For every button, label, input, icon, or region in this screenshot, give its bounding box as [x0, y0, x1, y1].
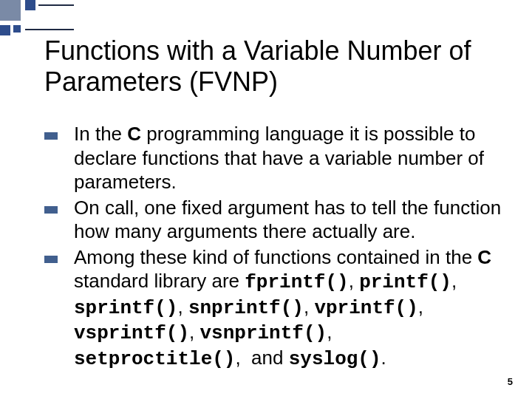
bullet-text: On call, one fixed argument has to tell … [74, 196, 502, 244]
page-number: 5 [508, 376, 513, 387]
text-run: , [189, 321, 200, 343]
code-text: snprintf() [188, 297, 304, 319]
text-bold: C [477, 246, 491, 268]
bullet-square-icon [44, 132, 58, 140]
bullet-item: In the C programming language it is poss… [44, 122, 502, 194]
bullet-item: Among these kind of functions contained … [44, 245, 502, 372]
text-bold: C [127, 123, 141, 145]
svg-rect-3 [13, 25, 21, 33]
text-run [284, 347, 289, 369]
text-run: , [418, 296, 423, 318]
code-text: setproctitle() [74, 348, 235, 370]
text-run: , [327, 321, 332, 343]
bullet-square-icon [44, 206, 58, 214]
bullet-text: In the C programming language it is poss… [74, 122, 502, 194]
code-text: sprintf() [74, 297, 177, 319]
corner-decoration [0, 0, 74, 37]
code-text: vsprintf() [74, 322, 189, 344]
code-text: fprintf() [245, 271, 348, 293]
text-run: Among these kind of functions contained … [74, 246, 477, 268]
slide: Functions with a Variable Number of Para… [0, 0, 532, 399]
text-run: , [235, 347, 251, 369]
text-run: On call, one fixed argument has to tell … [74, 197, 501, 243]
text-run: , [177, 296, 188, 318]
text-run: , [451, 270, 457, 292]
bullet-item: On call, one fixed argument has to tell … [44, 196, 502, 244]
svg-rect-1 [25, 0, 35, 10]
svg-rect-0 [0, 0, 21, 21]
text-run: standard library are [74, 270, 245, 292]
text-run: , [304, 296, 314, 318]
bullet-text: Among these kind of functions contained … [74, 245, 502, 372]
code-text: vprintf() [314, 297, 417, 319]
text-run: , [349, 270, 359, 292]
code-text: printf() [359, 271, 451, 293]
text-run: . [381, 347, 386, 369]
slide-body: In the C programming language it is poss… [44, 122, 502, 372]
slide-title: Functions with a Variable Number of Para… [44, 35, 502, 98]
svg-rect-2 [0, 25, 10, 35]
code-text: syslog() [289, 348, 381, 370]
bullet-square-icon [44, 256, 58, 263]
text-run: In the [74, 123, 127, 145]
text-run: and [251, 347, 283, 369]
code-text: vsnprintf() [200, 322, 327, 344]
